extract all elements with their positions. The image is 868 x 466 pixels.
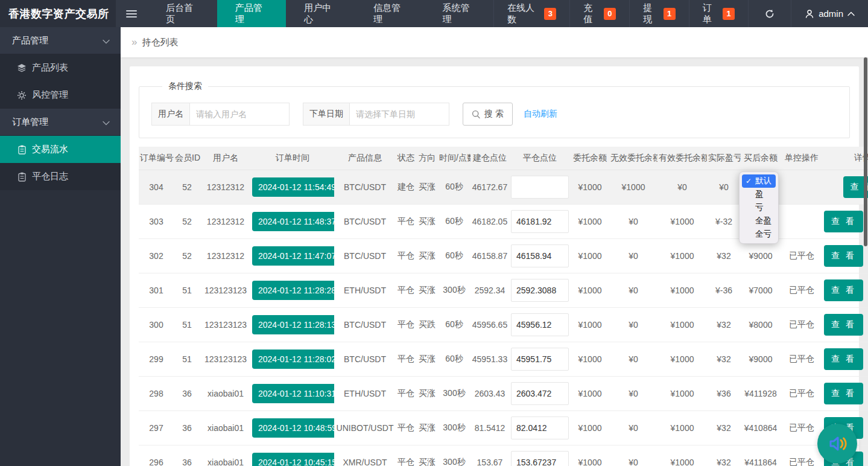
sidebar-item-风控管理[interactable]: 风控管理 — [0, 81, 121, 109]
dropdown-option-盈[interactable]: 盈 — [742, 188, 776, 201]
invalid-entrust-cell: ¥0 — [609, 273, 657, 307]
close-point-input[interactable] — [511, 210, 569, 233]
auto-refresh-link[interactable]: 自动刷新 — [524, 109, 557, 120]
duration-cell: 300秒 — [438, 273, 470, 307]
order-no-cell: 297 — [139, 410, 174, 445]
order-time-button[interactable]: 2024-01-12 10:45:15 — [252, 453, 334, 466]
open-point-cell: 46158.87 — [470, 238, 509, 273]
sidebar-group-产品管理[interactable]: 产品管理 — [0, 27, 121, 54]
column-header-方向: 方向 — [416, 147, 438, 170]
open-point-cell: 2603.43 — [470, 376, 509, 410]
close-point-input[interactable] — [511, 244, 569, 267]
menu-item-后台首页[interactable]: 后台首页 — [148, 0, 217, 27]
page: 香港数字资产交易所 后台首页产品管理用户中心信息管理系统管理 在线人数3充值0提… — [0, 0, 868, 466]
order-time-button[interactable]: 2024-01-12 11:28:28 — [252, 281, 334, 300]
view-button[interactable]: 查 看 — [824, 245, 863, 267]
order-time-button[interactable]: 2024-01-12 11:47:07 — [252, 246, 334, 266]
nav-stat-在线人数[interactable]: 在线人数3 — [493, 0, 569, 27]
close-point-input[interactable] — [511, 176, 569, 199]
order-time-button[interactable]: 2024-01-12 11:48:37 — [252, 212, 334, 231]
menu-item-用户中心[interactable]: 用户中心 — [286, 0, 355, 27]
valid-entrust-cell: ¥1000 — [657, 238, 707, 273]
direction-cell: 买涨 — [416, 410, 438, 445]
close-point-input[interactable] — [511, 313, 569, 336]
view-button[interactable]: 查 看 — [824, 314, 863, 336]
column-header-产品信息: 产品信息 — [334, 147, 396, 170]
invalid-entrust-cell: ¥0 — [609, 410, 657, 445]
menu-item-信息管理[interactable]: 信息管理 — [355, 0, 425, 27]
view-button[interactable]: 查 看 — [824, 279, 863, 301]
entrust-balance-cell: ¥1000 — [571, 170, 609, 204]
duration-cell: 60秒 — [438, 204, 470, 238]
member-id-cell: 51 — [174, 273, 200, 307]
direction-cell: 买涨 — [416, 376, 438, 410]
order-time-button[interactable]: 2024-01-12 11:54:49 — [252, 177, 334, 197]
view-button[interactable]: 查 看 — [824, 348, 863, 370]
close-point-input[interactable] — [511, 451, 569, 466]
nav-stat-badge: 0 — [604, 8, 616, 20]
open-point-cell: 46182.05 — [470, 204, 509, 238]
valid-entrust-cell: ¥1000 — [657, 445, 707, 466]
control-dropdown: ✓默认盈亏全盈全亏 — [739, 171, 779, 244]
sidebar-item-交易流水[interactable]: 交易流水 — [0, 136, 121, 163]
view-button[interactable]: 查 看 — [824, 211, 863, 232]
sidebar-item-产品列表[interactable]: 产品列表 — [0, 54, 121, 81]
control-cell — [781, 170, 823, 204]
sidebar-item-平仓日志[interactable]: 平仓日志 — [0, 163, 121, 190]
order-time-cell: 2024-01-12 11:54:49 — [251, 170, 334, 204]
sidebar-item-label: 交易流水 — [32, 144, 68, 155]
column-header-有效委托余额: 有效委托余额 — [657, 147, 707, 170]
order-time-cell: 2024-01-12 11:48:37 — [251, 204, 334, 238]
control-cell: 已平仓 — [781, 376, 823, 410]
nav-stat-充值[interactable]: 充值0 — [569, 0, 629, 27]
admin-menu[interactable]: admin — [791, 0, 868, 27]
username-cell: xiaobai01 — [200, 445, 251, 466]
date-field-group: 下单日期 — [303, 103, 449, 126]
detail-cell: 查 看删 除 — [823, 238, 868, 273]
view-button[interactable]: 查 看 — [824, 383, 863, 404]
sidebar-group-订单管理[interactable]: 订单管理 — [0, 109, 121, 136]
entrust-balance-cell: ¥1000 — [571, 342, 609, 376]
nav-stat-订单[interactable]: 订单1 — [689, 0, 749, 27]
table-row: 301511231231232024-01-12 11:28:28ETH/USD… — [139, 273, 868, 307]
search-button[interactable]: 搜 索 — [463, 103, 513, 126]
dropdown-option-全盈[interactable]: 全盈 — [742, 214, 776, 228]
order-no-cell: 303 — [139, 204, 174, 238]
dropdown-option-亏[interactable]: 亏 — [742, 201, 776, 214]
control-cell: 已平仓 — [781, 410, 823, 445]
username-input[interactable] — [189, 103, 290, 126]
nav-stat-提现[interactable]: 提现1 — [629, 0, 689, 27]
control-cell: 已平仓 — [781, 342, 823, 376]
order-date-input[interactable] — [349, 103, 449, 126]
order-time-cell: 2024-01-12 11:10:31 — [251, 376, 334, 410]
hamburger-icon[interactable] — [116, 0, 148, 27]
valid-entrust-cell: ¥1000 — [657, 376, 707, 410]
entrust-balance-cell: ¥1000 — [571, 273, 609, 307]
refresh-icon[interactable] — [748, 0, 791, 27]
member-id-cell: 52 — [174, 170, 200, 204]
vertical-scrollbar[interactable] — [864, 57, 867, 246]
close-point-input[interactable] — [511, 348, 569, 371]
sidebar: 产品管理产品列表风控管理订单管理交易流水平仓日志 — [0, 27, 121, 466]
close-point-input[interactable] — [511, 417, 569, 439]
status-cell: 平仓 — [396, 204, 416, 238]
close-point-input[interactable] — [511, 279, 569, 302]
order-time-button[interactable]: 2024-01-12 11:28:02 — [252, 350, 334, 369]
control-cell: 已平仓 — [781, 445, 823, 466]
table-row: 299511231231232024-01-12 11:28:02BTC/USD… — [139, 342, 868, 376]
column-header-买后余额: 买后余额 — [741, 147, 781, 170]
order-time-button[interactable]: 2024-01-12 11:28:13 — [252, 315, 334, 334]
order-time-button[interactable]: 2024-01-12 10:48:59 — [252, 418, 334, 438]
duration-cell: 300秒 — [438, 410, 470, 445]
menu-item-产品管理[interactable]: 产品管理 — [217, 0, 287, 27]
menu-item-系统管理[interactable]: 系统管理 — [424, 0, 493, 27]
order-time-button[interactable]: 2024-01-12 11:10:31 — [252, 384, 334, 403]
duration-cell: 60秒 — [438, 307, 470, 342]
close-point-input[interactable] — [511, 382, 569, 405]
announcement-button[interactable] — [817, 424, 857, 464]
pnl-cell: ¥36 — [707, 376, 741, 410]
dropdown-option-默认[interactable]: ✓默认 — [742, 174, 776, 188]
dropdown-option-全亏[interactable]: 全亏 — [742, 228, 776, 241]
status-cell: 平仓 — [396, 342, 416, 376]
main-menu: 后台首页产品管理用户中心信息管理系统管理 — [148, 0, 493, 27]
